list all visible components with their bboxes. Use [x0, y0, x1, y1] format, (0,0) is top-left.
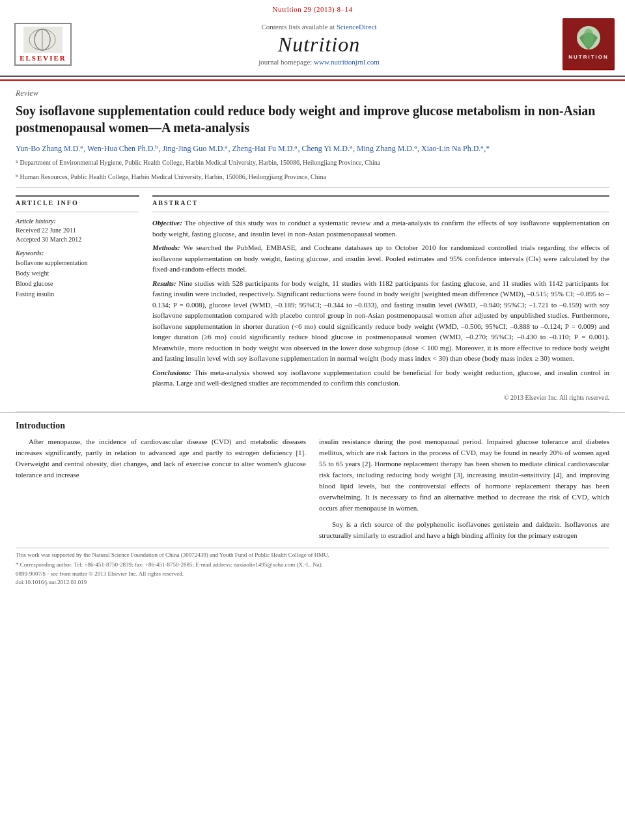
journal-volume: Nutrition 29 (2013) 8–14: [273, 5, 353, 13]
methods-para: Methods: We searched the PubMed, EMBASE,…: [152, 242, 609, 275]
results-label: Results:: [152, 279, 176, 287]
abstract-top-rule: [152, 195, 609, 197]
info-rule: [16, 212, 139, 212]
keywords-list: Isoflavone supplementation Body weight B…: [16, 258, 139, 300]
objective-para: Objective: The objective of this study w…: [152, 217, 609, 239]
svg-text:NUTRITION: NUTRITION: [568, 54, 609, 60]
footnote-doi: doi:10.1016/j.nut.2012.03.019: [16, 578, 609, 587]
introduction-section: Introduction After menopause, the incide…: [0, 412, 625, 595]
article-history: Article history: Received 22 June 2011 A…: [16, 217, 139, 244]
elsevier-logo-box: ELSEVIER: [14, 23, 72, 66]
affiliation-a: ᵃ Department of Environmental Hygiene, P…: [16, 158, 609, 167]
intro-columns: After menopause, the incidence of cardio…: [16, 436, 609, 541]
keywords-section: Keywords: Isoflavone supplementation Bod…: [16, 249, 139, 300]
badge-text: NUTRITION: [563, 18, 614, 70]
intro-right-para2: Soy is a rich source of the polyphenolic…: [319, 519, 609, 541]
sciencedirect-link[interactable]: ScienceDirect: [337, 23, 377, 31]
results-text: Nine studies with 528 participants for b…: [152, 279, 609, 363]
results-para: Results: Nine studies with 528 participa…: [152, 278, 609, 364]
footnotes: This work was supported by the Natural S…: [16, 548, 609, 586]
intro-right-col: insulin resistance during the post menop…: [319, 436, 609, 541]
article-title: Soy isoflavone supplementation could red…: [16, 102, 609, 136]
intro-right-para1: insulin resistance during the post menop…: [319, 436, 609, 514]
methods-label: Methods:: [152, 244, 180, 251]
contents-text: Contents lists available at: [261, 23, 335, 31]
keyword-3: Blood glucose: [16, 279, 139, 289]
elsevier-logo-image: [23, 27, 62, 53]
intro-heading: Introduction: [16, 421, 609, 431]
objective-text: The objective of this study was to condu…: [152, 219, 609, 238]
accepted-date: Accepted 30 March 2012: [16, 235, 139, 244]
journal-title: Nutrition: [76, 33, 562, 56]
nutrition-badge: NUTRITION: [562, 18, 615, 70]
footnote-issn: 0899-9007/$ - see front matter © 2013 El…: [16, 570, 609, 578]
intro-right-para2-text: Soy is a rich source of the polyphenolic…: [319, 520, 609, 539]
intro-left-col: After menopause, the incidence of cardio…: [16, 436, 306, 541]
elsevier-wordmark: ELSEVIER: [20, 54, 66, 62]
intro-left-para1-text: After menopause, the incidence of cardio…: [16, 438, 306, 479]
section-divider-1: [16, 187, 609, 188]
homepage-url[interactable]: www.nutritionjrnl.com: [314, 58, 380, 66]
sciencedirect-line: Contents lists available at ScienceDirec…: [76, 23, 562, 31]
keyword-4: Fasting insulin: [16, 289, 139, 300]
page: Nutrition 29 (2013) 8–14 ELSEVIER: [0, 0, 625, 840]
info-top-rule: [16, 195, 139, 197]
conclusions-label: Conclusions:: [152, 369, 191, 376]
footnote-corresponding: * Corresponding author. Tel: +86-451-875…: [16, 561, 609, 569]
svg-point-6: [583, 29, 594, 47]
journal-banner: ELSEVIER Contents lists available at Sci…: [0, 16, 625, 73]
history-label: Article history:: [16, 217, 139, 225]
intro-right-para1-text: insulin resistance during the post menop…: [319, 438, 609, 512]
intro-left-para1: After menopause, the incidence of cardio…: [16, 436, 306, 481]
article-content: Review Soy isoflavone supplementation co…: [0, 81, 625, 412]
footnote-support: This work was supported by the Natural S…: [16, 551, 609, 559]
conclusions-para: Conclusions: This meta-analysis showed s…: [152, 367, 609, 389]
copyright: © 2013 Elsevier Inc. All rights reserved…: [152, 394, 609, 401]
conclusions-text: This meta-analysis showed soy isoflavone…: [152, 369, 609, 387]
article-info-col: ARTICLE INFO Article history: Received 2…: [16, 193, 139, 401]
article-info-title: ARTICLE INFO: [16, 199, 139, 206]
journal-header: Nutrition 29 (2013) 8–14 ELSEVIER: [0, 0, 625, 81]
journal-volume-bar: Nutrition 29 (2013) 8–14: [0, 5, 625, 16]
keyword-2: Body weight: [16, 268, 139, 279]
journal-homepage: journal homepage: www.nutritionjrnl.com: [76, 58, 562, 66]
keyword-1: Isoflavone supplementation: [16, 258, 139, 268]
keywords-label: Keywords:: [16, 249, 139, 257]
article-info-abstract: ARTICLE INFO Article history: Received 2…: [16, 193, 609, 401]
elsevier-logo: ELSEVIER: [10, 23, 76, 66]
abstract-rule: [152, 212, 609, 212]
journal-center: Contents lists available at ScienceDirec…: [76, 23, 562, 65]
header-divider: [0, 76, 625, 77]
abstract-body: Objective: The objective of this study w…: [152, 217, 609, 389]
abstract-col: ABSTRACT Objective: The objective of thi…: [152, 193, 609, 401]
section-label: Review: [16, 89, 609, 98]
affiliation-b: ᵇ Human Resources, Public Health College…: [16, 173, 609, 182]
authors: Yun-Bo Zhang M.D.ᵃ, Wen-Hua Chen Ph.D.ᵇ,…: [16, 143, 609, 154]
methods-text: We searched the PubMed, EMBASE, and Coch…: [152, 244, 609, 273]
abstract-title: ABSTRACT: [152, 199, 609, 206]
homepage-label: journal homepage:: [258, 58, 312, 66]
received-date: Received 22 June 2011: [16, 226, 139, 235]
objective-label: Objective:: [152, 219, 182, 227]
